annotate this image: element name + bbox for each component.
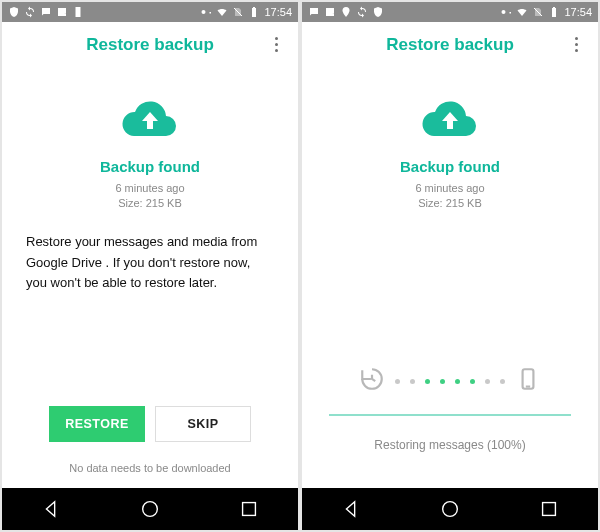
overflow-menu-button[interactable] xyxy=(566,34,586,54)
progress-area: Restoring messages (100%) xyxy=(302,366,598,452)
svg-point-3 xyxy=(502,10,506,14)
nav-back-button[interactable] xyxy=(38,496,64,522)
progress-bar xyxy=(329,414,572,416)
nav-recents-button[interactable] xyxy=(536,496,562,522)
chat-icon xyxy=(40,6,52,18)
svg-point-6 xyxy=(443,502,458,517)
history-icon xyxy=(359,366,385,396)
status-bar: 17:54 xyxy=(302,2,598,22)
svg-rect-7 xyxy=(542,503,555,516)
image-icon xyxy=(56,6,68,18)
backup-found-heading: Backup found xyxy=(400,158,500,175)
svg-rect-2 xyxy=(242,503,255,516)
image-icon xyxy=(324,6,336,18)
phone-left: 17:54 Restore backup Backup found 6 minu… xyxy=(2,2,298,530)
no-sim-icon xyxy=(232,6,244,18)
shield-icon xyxy=(8,6,20,18)
battery-icon xyxy=(548,6,560,18)
page-title: Restore backup xyxy=(386,35,514,55)
chat-icon xyxy=(308,6,320,18)
android-nav-bar xyxy=(302,488,598,530)
content-area: Backup found 6 minutes ago Size: 215 KB … xyxy=(2,68,298,488)
status-bar: 17:54 xyxy=(2,2,298,22)
sync-icon xyxy=(24,6,36,18)
vpn-key-icon xyxy=(200,6,212,18)
shield-icon xyxy=(372,6,384,18)
nav-recents-button[interactable] xyxy=(236,496,262,522)
backup-meta: 6 minutes ago Size: 215 KB xyxy=(115,181,184,212)
nav-home-button[interactable] xyxy=(437,496,463,522)
device-icon xyxy=(72,6,84,18)
location-icon xyxy=(340,6,352,18)
overflow-menu-button[interactable] xyxy=(266,34,286,54)
backup-age: 6 minutes ago xyxy=(415,181,484,196)
restore-description: Restore your messages and media from Goo… xyxy=(22,232,278,294)
wifi-icon xyxy=(216,6,228,18)
phone-right: 17:54 Restore backup Backup found 6 minu… xyxy=(302,2,598,530)
status-time: 17:54 xyxy=(264,6,292,18)
wifi-icon xyxy=(516,6,528,18)
download-footnote: No data needs to be downloaded xyxy=(2,462,298,474)
status-right-icons: 17:54 xyxy=(200,6,292,18)
skip-button[interactable]: SKIP xyxy=(155,406,251,442)
status-time: 17:54 xyxy=(564,6,592,18)
cloud-upload-icon xyxy=(118,96,182,144)
backup-age: 6 minutes ago xyxy=(115,181,184,196)
dot-path xyxy=(395,379,505,384)
android-nav-bar xyxy=(2,488,298,530)
content-area: Backup found 6 minutes ago Size: 215 KB xyxy=(302,68,598,488)
progress-text: Restoring messages (100%) xyxy=(374,438,525,452)
svg-point-0 xyxy=(202,10,206,14)
backup-found-heading: Backup found xyxy=(100,158,200,175)
no-sim-icon xyxy=(532,6,544,18)
battery-icon xyxy=(248,6,260,18)
app-bar: Restore backup xyxy=(2,22,298,68)
cloud-upload-icon xyxy=(418,96,482,144)
status-left-icons xyxy=(308,6,384,18)
status-right-icons: 17:54 xyxy=(500,6,592,18)
button-row: RESTORE SKIP xyxy=(2,406,298,442)
backup-size: Size: 215 KB xyxy=(115,196,184,211)
restore-button[interactable]: RESTORE xyxy=(49,406,145,442)
status-left-icons xyxy=(8,6,84,18)
nav-home-button[interactable] xyxy=(137,496,163,522)
backup-size: Size: 215 KB xyxy=(415,196,484,211)
transfer-animation xyxy=(302,366,598,396)
sync-icon xyxy=(356,6,368,18)
nav-back-button[interactable] xyxy=(338,496,364,522)
vpn-key-icon xyxy=(500,6,512,18)
page-title: Restore backup xyxy=(86,35,214,55)
phone-icon xyxy=(515,366,541,396)
app-bar: Restore backup xyxy=(302,22,598,68)
backup-meta: 6 minutes ago Size: 215 KB xyxy=(415,181,484,212)
svg-point-1 xyxy=(143,502,158,517)
